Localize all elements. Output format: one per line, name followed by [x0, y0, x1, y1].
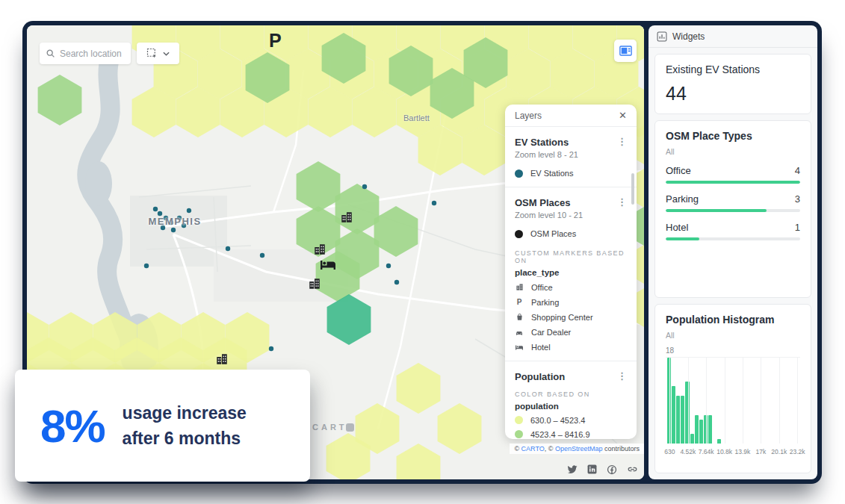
histogram-tick-label: 7.64k — [699, 448, 714, 455]
marker-row-car-dealer: Car Dealer — [515, 327, 627, 337]
layers-panel-title: Layers — [515, 111, 542, 121]
population-histogram-widget: Population Histogram All 18 6304.52k7.64… — [654, 304, 811, 473]
carto-logo-dot — [346, 423, 354, 432]
bin-color-dot — [515, 416, 523, 424]
population-bin-row: 630.0 – 4523.4 — [515, 415, 627, 425]
histogram-gridline — [669, 358, 670, 444]
kebab-menu-icon[interactable]: ⋮ — [617, 197, 627, 207]
scrollbar-thumb[interactable] — [631, 173, 634, 205]
histogram-gridline — [761, 358, 761, 444]
histogram-gridline — [688, 358, 689, 444]
carto-watermark: CART — [312, 423, 354, 432]
layout-panel-icon — [619, 46, 632, 56]
parking-map-marker[interactable]: P — [269, 30, 282, 52]
osm-places-legend-dot — [515, 230, 523, 238]
layers-panel: Layers ✕ EV Stations ⋮ Zoom level 8 - 21… — [505, 105, 637, 439]
histogram-y-max-label: 18 — [666, 346, 800, 355]
panel-toggle-button[interactable] — [614, 40, 637, 62]
histogram-tick-label: 630 — [664, 448, 675, 455]
ev-stations-legend-dot — [515, 169, 523, 178]
histogram-gridline — [725, 358, 725, 444]
marker-row-office: Office — [515, 282, 627, 292]
category-label: Parking — [666, 193, 699, 205]
osm-attribution-link[interactable]: OpenStreetMap — [555, 445, 603, 452]
marker-row-shopping-center: Shopping Center — [515, 312, 627, 322]
histogram-bar[interactable] — [676, 396, 680, 444]
ev-count-widget: Existing EV Stations 44 — [654, 54, 811, 114]
category-row-parking[interactable]: Parking3 — [666, 193, 800, 212]
select-tool-button[interactable] — [137, 43, 179, 64]
histogram-tick-label: 20.1k — [771, 448, 787, 455]
category-bar-track — [666, 237, 800, 240]
search-icon — [46, 49, 55, 58]
color-field-name: population — [515, 402, 627, 411]
legend-label: OSM Places — [530, 229, 576, 238]
histogram-bar[interactable] — [695, 415, 699, 444]
ev-count-value: 44 — [666, 83, 800, 105]
carto-attribution-link[interactable]: CARTO — [521, 445, 545, 452]
stat-description: usage increaseafter 6 months — [123, 400, 247, 452]
widget-title: Population Histogram — [666, 314, 800, 326]
widgets-icon — [657, 31, 667, 42]
stat-value: 8% — [40, 399, 105, 452]
office-icon — [515, 283, 524, 291]
histogram-bar[interactable] — [690, 434, 694, 444]
social-links — [567, 464, 638, 475]
histogram-tick-label: 4.52k — [680, 448, 696, 455]
histogram-tick-label: 13.9k — [735, 448, 751, 455]
histogram-bar[interactable] — [699, 420, 703, 444]
marker-row-parking: P Parking — [515, 297, 627, 307]
category-label: Office — [666, 165, 691, 176]
layer-title: EV Stations — [515, 137, 569, 148]
category-bar-track — [666, 209, 800, 212]
place-type-rows: Office4Parking3Hotel1 — [666, 165, 800, 240]
category-bar-track — [666, 181, 800, 184]
legend-label: EV Stations — [530, 169, 573, 178]
kebab-menu-icon[interactable]: ⋮ — [617, 137, 627, 146]
layer-section-osm-places: OSM Places ⋮ Zoom level 10 - 21 OSM Plac… — [505, 187, 637, 361]
category-row-office[interactable]: Office4 — [666, 165, 800, 184]
search-location-box[interactable] — [40, 43, 131, 64]
histogram-bar[interactable] — [681, 396, 684, 444]
histogram-gridline — [797, 358, 798, 444]
category-value: 3 — [795, 193, 800, 205]
twitter-icon[interactable] — [567, 465, 578, 474]
layer-zoom-range: Zoom level 10 - 21 — [515, 211, 627, 220]
close-icon[interactable]: ✕ — [619, 111, 627, 120]
category-label: Hotel — [666, 222, 688, 233]
category-value: 4 — [795, 165, 800, 176]
map-attribution: © CARTO, © OpenStreetMap contributors — [510, 444, 644, 454]
widget-filter-label: All — [666, 147, 800, 156]
parking-icon: P — [515, 298, 524, 306]
histogram-tick-label: 17k — [755, 448, 766, 455]
category-bar-fill — [666, 181, 800, 184]
histogram-bar[interactable] — [708, 415, 712, 444]
search-location-input[interactable] — [60, 49, 125, 59]
custom-markers-heading: CUSTOM MARKERS BASED ON — [515, 249, 627, 264]
markers-field-name: place_type — [515, 268, 627, 277]
widgets-header-label: Widgets — [672, 31, 705, 42]
category-bar-fill — [666, 209, 767, 212]
category-row-hotel[interactable]: Hotel1 — [666, 222, 800, 240]
histogram-plot[interactable] — [666, 357, 800, 444]
car-dealer-icon — [515, 328, 524, 337]
stat-callout-card: 8% usage increaseafter 6 months — [15, 370, 310, 482]
histogram-bar[interactable] — [672, 386, 675, 444]
map-city-label: MEMPHIS — [139, 216, 211, 227]
linkedin-icon[interactable] — [587, 464, 597, 474]
bin-range-label: 4523.4 – 8416.9 — [530, 430, 590, 439]
histogram-bar[interactable] — [717, 439, 721, 444]
layer-title: Population — [515, 371, 565, 382]
widget-filter-label: All — [666, 331, 800, 340]
rectangle-select-icon — [146, 48, 158, 59]
facebook-icon[interactable] — [607, 464, 617, 475]
chevron-down-icon — [163, 52, 170, 56]
histogram-tick-label: 10.8k — [716, 448, 732, 455]
histogram-tick-label: 23.2k — [790, 448, 805, 455]
histogram-gridline — [743, 358, 743, 444]
kebab-menu-icon[interactable]: ⋮ — [617, 371, 627, 381]
link-icon[interactable] — [627, 464, 638, 475]
place-types-widget: OSM Place Types All Office4Parking3Hotel… — [654, 120, 811, 298]
histogram-ticks: 6304.52k7.64k10.8k13.9k17k20.1k23.2k — [666, 447, 800, 457]
widget-title: OSM Place Types — [666, 130, 800, 142]
